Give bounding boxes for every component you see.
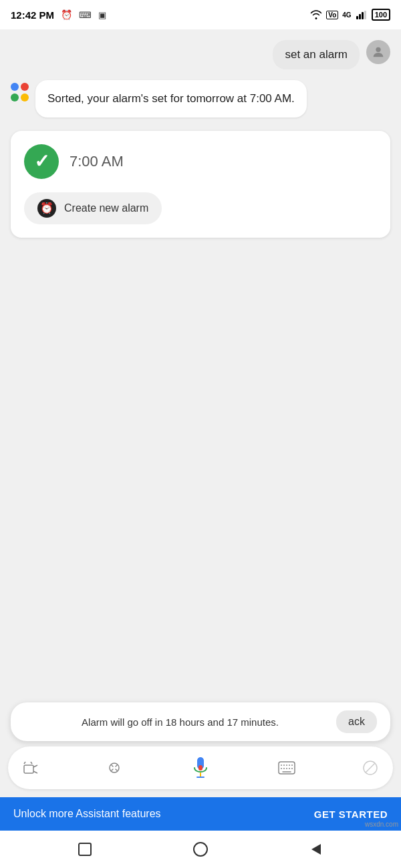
remote-icon[interactable] (19, 756, 43, 780)
svg-line-6 (33, 765, 37, 767)
home-nav-icon[interactable] (191, 840, 210, 859)
mic-button[interactable] (186, 753, 215, 783)
svg-rect-1 (359, 14, 361, 19)
svg-rect-2 (362, 12, 364, 19)
chat-area: set an alarm Sorted, your alarm's set fo… (0, 29, 401, 477)
svg-rect-0 (356, 16, 358, 19)
volte-icon: Vo (326, 11, 338, 19)
dot-red (21, 83, 29, 91)
lens-icon[interactable] (102, 756, 126, 780)
assistant-bubble: Sorted, your alarm's set for tomorrow at… (35, 80, 307, 118)
compass-icon[interactable] (358, 756, 382, 780)
nav-bar (0, 831, 401, 868)
4g-icon: 4G (342, 11, 351, 19)
svg-line-9 (31, 762, 32, 764)
watermark: wsxdn.com (365, 821, 398, 828)
svg-point-10 (110, 763, 119, 773)
alarm-icon: ⏰ (61, 9, 72, 20)
user-avatar-icon (371, 45, 386, 59)
dot-yellow (21, 93, 29, 101)
recents-nav-icon[interactable] (76, 840, 94, 859)
svg-line-8 (24, 762, 25, 764)
input-bar (8, 746, 393, 789)
svg-line-28 (366, 763, 375, 773)
dot-green (11, 93, 19, 101)
status-icons: Vo 4G 100 (310, 9, 390, 21)
get-started-button[interactable]: GET STARTED (314, 809, 388, 820)
svg-marker-31 (311, 844, 321, 855)
google-assistant-logo (11, 83, 29, 101)
svg-point-4 (376, 47, 380, 52)
svg-rect-12 (198, 765, 203, 771)
back-nav-icon[interactable] (307, 840, 325, 859)
keyboard-icon: ⌨ (79, 10, 92, 20)
wifi-icon (310, 10, 322, 19)
svg-line-7 (33, 771, 37, 773)
alarm-check-icon: ✓ (24, 144, 59, 179)
alarm-card: ✓ 7:00 AM ⏰ Create new alarm (11, 131, 390, 238)
signal-icon (356, 10, 368, 19)
keyboard-input-icon[interactable] (275, 756, 299, 780)
create-alarm-label: Create new alarm (64, 202, 148, 214)
svg-rect-5 (24, 765, 33, 773)
svg-rect-3 (364, 11, 366, 19)
empty-space (0, 477, 401, 702)
unlock-text: Unlock more Assistant features (13, 808, 161, 820)
create-alarm-clock-icon: ⏰ (37, 199, 56, 218)
bottom-section: Alarm will go off in 18 hours and 17 min… (0, 702, 401, 868)
battery-icon: 100 (372, 9, 390, 21)
unlock-banner: Unlock more Assistant features GET START… (0, 797, 401, 831)
alarm-time: 7:00 AM (70, 153, 124, 170)
user-bubble: set an alarm (273, 40, 360, 69)
notification-text: Alarm will go off in 18 hours and 17 min… (24, 716, 336, 728)
avatar (366, 40, 390, 64)
screen-icon: ▣ (98, 10, 106, 20)
user-message-row: set an alarm (11, 40, 390, 69)
assistant-response-row: Sorted, your alarm's set for tomorrow at… (11, 80, 390, 118)
ack-button[interactable]: ack (336, 710, 377, 733)
status-bar: 12:42 PM ⏰ ⌨ ▣ Vo 4G 100 (0, 0, 401, 29)
svg-rect-29 (79, 843, 91, 855)
status-time: 12:42 PM (11, 9, 54, 21)
create-alarm-button[interactable]: ⏰ Create new alarm (24, 192, 162, 224)
dot-blue (11, 83, 19, 91)
alarm-time-row: ✓ 7:00 AM (24, 144, 377, 179)
notification-bar: Alarm will go off in 18 hours and 17 min… (11, 702, 390, 741)
svg-point-30 (194, 843, 207, 856)
